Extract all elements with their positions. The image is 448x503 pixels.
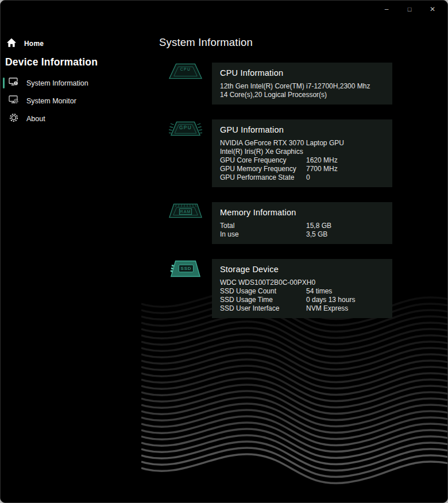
row-label: SSD Usage Count — [220, 287, 306, 296]
sidebar-item-about[interactable]: About — [1, 110, 141, 127]
svg-text:GPU: GPU — [179, 125, 192, 130]
row-value: 7700 MHz — [306, 165, 338, 173]
sidebar-item-label: System Information — [26, 79, 88, 87]
svg-text:RAM: RAM — [180, 209, 191, 214]
row-label: GPU Memory Frequency — [220, 165, 306, 173]
cpu-information-card: CPU Information 12th Gen Intel(R) Core(T… — [212, 63, 392, 105]
memory-information-card: Memory Information Total 15,8 GB In use … — [212, 202, 392, 244]
row-label: In use — [220, 230, 306, 239]
monitor-info-icon — [9, 77, 19, 89]
row-label: GPU Core Frequency — [220, 156, 306, 165]
minimize-button[interactable]: – — [375, 1, 398, 18]
row-value: 15,8 GB — [306, 222, 331, 230]
memory-card-row: RAM Memory Information Total 15,8 GB In … — [169, 202, 447, 244]
row-value: 0 — [306, 173, 310, 182]
sidebar-heading: Device Information — [5, 56, 141, 68]
row-value: 0 days 13 hours — [306, 296, 355, 304]
ram-chip-icon: RAM — [169, 203, 202, 221]
row-label: Total — [220, 222, 306, 230]
info-row: SSD Usage Count 54 times — [220, 287, 392, 296]
gpu-information-card: GPU Information NVIDIA GeForce RTX 3070 … — [212, 119, 392, 187]
svg-text:SSD: SSD — [181, 266, 192, 271]
card-title: Memory Information — [220, 208, 392, 217]
card-title: GPU Information — [220, 125, 392, 134]
cpu-card-row: CPU CPU Information 12th Gen Intel(R) Co… — [169, 63, 447, 105]
app-window: – □ ✕ Home Device Information — [0, 0, 448, 503]
card-title: CPU Information — [220, 68, 392, 78]
main-panel: System Information CPU CPU Information 1… — [141, 1, 447, 502]
row-value: 54 times — [306, 287, 332, 296]
info-row: GPU Core Frequency 1620 MHz — [220, 156, 392, 165]
gear-icon — [9, 113, 19, 125]
sidebar-item-system-monitor[interactable]: System Monitor — [1, 92, 141, 110]
close-button[interactable]: ✕ — [421, 1, 444, 18]
sidebar-nav: System Information System Monitor — [1, 74, 141, 127]
sidebar-item-label: About — [26, 115, 45, 123]
ssd-chip-icon: SSD — [169, 260, 202, 280]
sidebar: Home Device Information System Informati… — [1, 1, 141, 502]
info-row: Total 15,8 GB — [220, 222, 392, 230]
cpu-cores-line: 14 Core(s),20 Logical Processor(s) — [220, 91, 392, 99]
nav-home[interactable]: Home — [6, 37, 141, 50]
gpu-name-line: NVIDIA GeForce RTX 3070 Laptop GPU — [220, 139, 392, 148]
row-label: SSD User Interface — [220, 304, 306, 313]
monitor-gear-icon — [9, 95, 19, 107]
storage-device-card: Storage Device WDC WDS100T2B0C-00PXH0 SS… — [212, 259, 392, 318]
row-value: 1620 MHz — [306, 156, 338, 165]
svg-text:CPU: CPU — [180, 67, 191, 71]
row-label: GPU Performance State — [220, 173, 306, 182]
info-row: GPU Memory Frequency 7700 MHz — [220, 165, 392, 173]
home-icon — [6, 38, 17, 50]
info-row: In use 3,5 GB — [220, 230, 392, 239]
selection-indicator — [3, 78, 5, 88]
window-controls: – □ ✕ — [375, 1, 444, 18]
gpu-name-line-2: Intel(R) Iris(R) Xe Graphics — [220, 148, 392, 156]
row-label: SSD Usage Time — [220, 296, 306, 304]
info-row: SSD Usage Time 0 days 13 hours — [220, 296, 392, 304]
sidebar-item-label: System Monitor — [26, 97, 76, 105]
card-title: Storage Device — [220, 265, 392, 274]
home-label: Home — [24, 40, 44, 48]
ssd-model-line: WDC WDS100T2B0C-00PXH0 — [220, 278, 392, 287]
row-value: NVM Express — [306, 304, 348, 313]
gpu-chip-icon: GPU — [169, 120, 202, 140]
storage-card-row: SSD Storage Device WDC WDS100T2B0C-00PXH… — [169, 259, 447, 318]
gpu-card-row: GPU GPU Information NVIDIA GeForce RTX 3… — [169, 119, 447, 187]
cards-container: CPU CPU Information 12th Gen Intel(R) Co… — [141, 49, 447, 318]
title-bar: – □ ✕ — [1, 1, 447, 19]
row-value: 3,5 GB — [306, 230, 327, 239]
page-title: System Information — [159, 36, 447, 49]
maximize-button[interactable]: □ — [398, 1, 421, 18]
cpu-chip-icon: CPU — [169, 63, 202, 82]
sidebar-item-system-information[interactable]: System Information — [1, 74, 141, 92]
info-row: SSD User Interface NVM Express — [220, 304, 392, 313]
cpu-name-line: 12th Gen Intel(R) Core(TM) i7-12700H,230… — [220, 82, 392, 91]
info-row: GPU Performance State 0 — [220, 173, 392, 182]
wave-background-decoration — [141, 288, 448, 498]
